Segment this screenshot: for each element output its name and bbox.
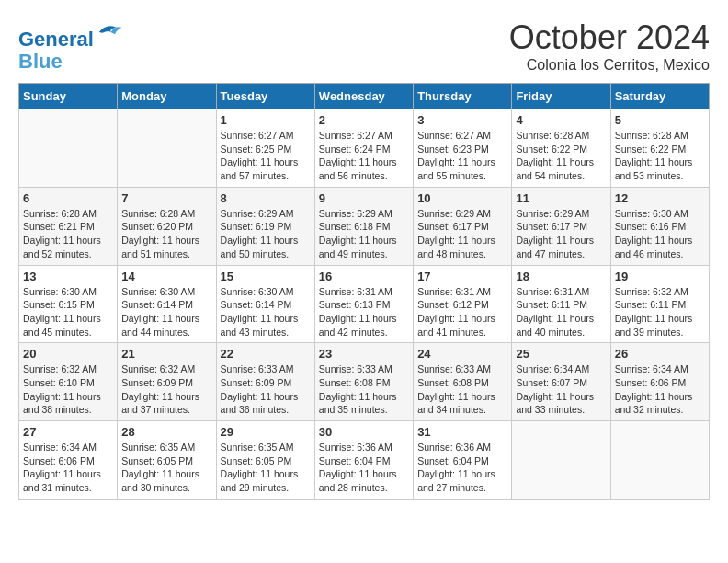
weekday-header-saturday: Saturday <box>610 84 709 109</box>
calendar-cell: 19Sunrise: 6:32 AMSunset: 6:11 PMDayligh… <box>610 265 709 343</box>
day-info: Sunrise: 6:33 AMSunset: 6:08 PMDaylight:… <box>417 362 507 417</box>
calendar-cell <box>19 109 118 188</box>
day-number: 4 <box>516 113 606 127</box>
day-info: Sunrise: 6:34 AMSunset: 6:07 PMDaylight:… <box>516 362 606 417</box>
calendar-cell: 24Sunrise: 6:33 AMSunset: 6:08 PMDayligh… <box>414 343 512 421</box>
location: Colonia los Cerritos, Mexico <box>509 57 710 74</box>
calendar-cell: 3Sunrise: 6:27 AMSunset: 6:23 PMDaylight… <box>414 109 512 188</box>
calendar-cell: 10Sunrise: 6:29 AMSunset: 6:17 PMDayligh… <box>414 187 512 265</box>
weekday-header-thursday: Thursday <box>414 84 512 109</box>
weekday-header-sunday: Sunday <box>19 84 118 109</box>
calendar-header: SundayMondayTuesdayWednesdayThursdayFrid… <box>19 84 710 109</box>
day-number: 20 <box>23 347 113 361</box>
day-number: 16 <box>319 270 409 283</box>
day-number: 1 <box>221 113 311 127</box>
week-row-5: 27Sunrise: 6:34 AMSunset: 6:06 PMDayligh… <box>19 421 710 500</box>
day-info: Sunrise: 6:30 AMSunset: 6:15 PMDaylight:… <box>23 285 113 339</box>
calendar-cell: 22Sunrise: 6:33 AMSunset: 6:09 PMDayligh… <box>216 343 314 421</box>
day-number: 26 <box>615 347 705 361</box>
day-number: 12 <box>615 191 705 205</box>
day-number: 31 <box>417 425 507 439</box>
weekday-header-monday: Monday <box>118 84 216 109</box>
day-info: Sunrise: 6:28 AMSunset: 6:20 PMDaylight:… <box>121 207 211 261</box>
day-number: 29 <box>221 425 311 439</box>
calendar-cell: 1Sunrise: 6:27 AMSunset: 6:25 PMDaylight… <box>216 109 314 188</box>
calendar-cell: 30Sunrise: 6:36 AMSunset: 6:04 PMDayligh… <box>314 421 413 500</box>
day-number: 15 <box>221 270 311 283</box>
calendar-cell: 26Sunrise: 6:34 AMSunset: 6:06 PMDayligh… <box>610 343 709 421</box>
day-info: Sunrise: 6:34 AMSunset: 6:06 PMDaylight:… <box>615 362 705 417</box>
weekday-header-friday: Friday <box>512 84 610 109</box>
day-info: Sunrise: 6:31 AMSunset: 6:12 PMDaylight:… <box>417 285 507 339</box>
day-number: 3 <box>417 113 507 127</box>
day-info: Sunrise: 6:35 AMSunset: 6:05 PMDaylight:… <box>121 441 211 495</box>
calendar-cell: 14Sunrise: 6:30 AMSunset: 6:14 PMDayligh… <box>118 265 216 343</box>
day-info: Sunrise: 6:29 AMSunset: 6:17 PMDaylight:… <box>417 207 507 261</box>
weekday-header-wednesday: Wednesday <box>314 84 413 109</box>
weekday-header-tuesday: Tuesday <box>216 84 314 109</box>
day-number: 6 <box>23 191 113 205</box>
week-row-4: 20Sunrise: 6:32 AMSunset: 6:10 PMDayligh… <box>19 343 710 421</box>
day-number: 30 <box>319 425 409 439</box>
week-row-3: 13Sunrise: 6:30 AMSunset: 6:15 PMDayligh… <box>19 265 710 343</box>
day-info: Sunrise: 6:32 AMSunset: 6:09 PMDaylight:… <box>121 362 211 417</box>
calendar-cell: 17Sunrise: 6:31 AMSunset: 6:12 PMDayligh… <box>414 265 512 343</box>
day-info: Sunrise: 6:28 AMSunset: 6:22 PMDaylight:… <box>615 129 705 183</box>
weekday-header-row: SundayMondayTuesdayWednesdayThursdayFrid… <box>19 84 710 109</box>
day-number: 28 <box>121 425 211 439</box>
calendar-cell: 9Sunrise: 6:29 AMSunset: 6:18 PMDaylight… <box>314 187 413 265</box>
day-number: 21 <box>121 347 211 361</box>
day-info: Sunrise: 6:30 AMSunset: 6:14 PMDaylight:… <box>121 285 211 339</box>
logo-text: General Blue <box>18 18 123 73</box>
day-number: 2 <box>319 113 409 127</box>
calendar-cell: 2Sunrise: 6:27 AMSunset: 6:24 PMDaylight… <box>314 109 413 188</box>
calendar-cell: 25Sunrise: 6:34 AMSunset: 6:07 PMDayligh… <box>512 343 610 421</box>
logo: General Blue <box>18 18 123 73</box>
calendar-table: SundayMondayTuesdayWednesdayThursdayFrid… <box>18 83 710 500</box>
calendar-cell: 12Sunrise: 6:30 AMSunset: 6:16 PMDayligh… <box>610 187 709 265</box>
day-number: 9 <box>319 191 409 205</box>
calendar-cell: 13Sunrise: 6:30 AMSunset: 6:15 PMDayligh… <box>19 265 118 343</box>
day-info: Sunrise: 6:36 AMSunset: 6:04 PMDaylight:… <box>417 441 507 495</box>
day-number: 19 <box>615 270 705 283</box>
day-info: Sunrise: 6:27 AMSunset: 6:23 PMDaylight:… <box>417 129 507 183</box>
day-info: Sunrise: 6:27 AMSunset: 6:24 PMDaylight:… <box>319 129 409 183</box>
calendar-cell: 18Sunrise: 6:31 AMSunset: 6:11 PMDayligh… <box>512 265 610 343</box>
day-info: Sunrise: 6:29 AMSunset: 6:19 PMDaylight:… <box>221 207 311 261</box>
calendar-cell <box>118 109 216 188</box>
day-info: Sunrise: 6:29 AMSunset: 6:18 PMDaylight:… <box>319 207 409 261</box>
calendar-cell: 16Sunrise: 6:31 AMSunset: 6:13 PMDayligh… <box>314 265 413 343</box>
calendar-body: 1Sunrise: 6:27 AMSunset: 6:25 PMDaylight… <box>19 109 710 500</box>
day-info: Sunrise: 6:33 AMSunset: 6:09 PMDaylight:… <box>221 362 311 417</box>
day-number: 27 <box>23 425 113 439</box>
day-info: Sunrise: 6:33 AMSunset: 6:08 PMDaylight:… <box>319 362 409 417</box>
calendar-cell <box>610 421 709 500</box>
day-info: Sunrise: 6:32 AMSunset: 6:10 PMDaylight:… <box>23 362 113 417</box>
page-header: General Blue October 2024 Colonia los Ce… <box>18 18 710 74</box>
day-info: Sunrise: 6:31 AMSunset: 6:11 PMDaylight:… <box>516 285 606 339</box>
calendar-cell: 27Sunrise: 6:34 AMSunset: 6:06 PMDayligh… <box>19 421 118 500</box>
title-block: October 2024 Colonia los Cerritos, Mexic… <box>509 18 710 74</box>
calendar-cell: 6Sunrise: 6:28 AMSunset: 6:21 PMDaylight… <box>19 187 118 265</box>
day-number: 17 <box>417 270 507 283</box>
calendar-cell: 11Sunrise: 6:29 AMSunset: 6:17 PMDayligh… <box>512 187 610 265</box>
day-number: 23 <box>319 347 409 361</box>
day-number: 5 <box>615 113 705 127</box>
month-title: October 2024 <box>509 18 710 57</box>
day-number: 24 <box>417 347 507 361</box>
day-info: Sunrise: 6:27 AMSunset: 6:25 PMDaylight:… <box>221 129 311 183</box>
calendar-cell: 7Sunrise: 6:28 AMSunset: 6:20 PMDaylight… <box>118 187 216 265</box>
calendar-cell: 28Sunrise: 6:35 AMSunset: 6:05 PMDayligh… <box>118 421 216 500</box>
calendar-cell <box>512 421 610 500</box>
day-number: 14 <box>121 270 211 283</box>
day-number: 8 <box>221 191 311 205</box>
calendar-cell: 31Sunrise: 6:36 AMSunset: 6:04 PMDayligh… <box>414 421 512 500</box>
day-info: Sunrise: 6:29 AMSunset: 6:17 PMDaylight:… <box>516 207 606 261</box>
calendar-cell: 4Sunrise: 6:28 AMSunset: 6:22 PMDaylight… <box>512 109 610 188</box>
day-info: Sunrise: 6:28 AMSunset: 6:21 PMDaylight:… <box>23 207 113 261</box>
week-row-1: 1Sunrise: 6:27 AMSunset: 6:25 PMDaylight… <box>19 109 710 188</box>
day-number: 18 <box>516 270 606 283</box>
day-info: Sunrise: 6:30 AMSunset: 6:14 PMDaylight:… <box>221 285 311 339</box>
calendar-cell: 5Sunrise: 6:28 AMSunset: 6:22 PMDaylight… <box>610 109 709 188</box>
day-number: 13 <box>23 270 113 283</box>
